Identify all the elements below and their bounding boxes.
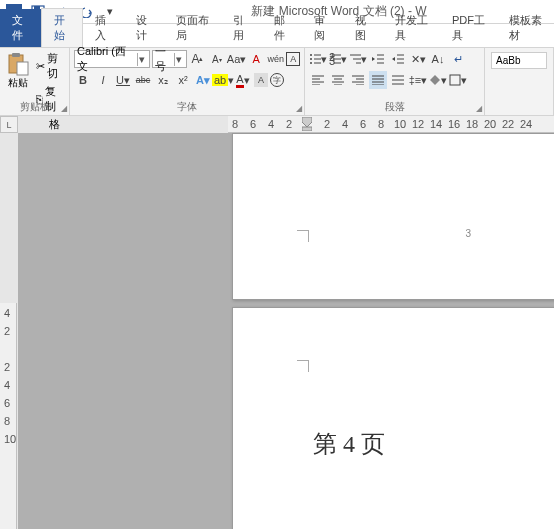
vtick: 2 (4, 325, 10, 337)
htick: 6 (250, 118, 256, 130)
case-label: Aa (227, 53, 240, 65)
font-color-button[interactable]: A▾ (234, 71, 252, 89)
page-4[interactable]: 第 4 页 (232, 307, 554, 529)
group-font: Calibri (西文▾ 一号▾ A▴ A▾ Aa▾ A wén A B I U… (70, 48, 305, 115)
tab-references[interactable]: 引用 (221, 9, 262, 47)
justify-button[interactable] (369, 71, 387, 89)
highlight-button[interactable]: ab▾ (214, 71, 232, 89)
vtick: 2 (4, 361, 10, 373)
margin-corner-icon (297, 360, 309, 372)
char-border-button[interactable]: A (286, 52, 300, 66)
tab-home[interactable]: 开始 (41, 8, 84, 47)
ruler-corner[interactable]: L (0, 116, 18, 133)
italic-button[interactable]: I (94, 71, 112, 89)
bold-button[interactable]: B (74, 71, 92, 89)
style-normal[interactable]: AaBb (491, 52, 547, 69)
tab-mail[interactable]: 邮件 (262, 9, 303, 47)
svg-rect-46 (302, 127, 312, 131)
bullets-button[interactable]: ▾ (309, 50, 327, 68)
svg-point-9 (310, 62, 312, 64)
shrink-font-button[interactable]: A▾ (208, 50, 225, 68)
clipboard-launcher[interactable]: ◢ (61, 104, 67, 113)
vtick: 4 (4, 379, 10, 391)
htick: 12 (412, 118, 424, 130)
te-label: A (196, 74, 204, 86)
asian-layout-button[interactable]: ✕▾ (409, 50, 427, 68)
htick: 4 (342, 118, 348, 130)
htick: 14 (430, 118, 442, 130)
tab-pdf[interactable]: PDF工具 (440, 9, 497, 47)
tab-design[interactable]: 设计 (124, 9, 165, 47)
phonetic-button[interactable]: wén (267, 50, 284, 68)
vtick: 8 (4, 415, 10, 427)
page-number: 3 (465, 228, 471, 239)
paste-icon (6, 52, 30, 76)
borders-button[interactable]: ▾ (449, 71, 467, 89)
underline-button[interactable]: U▾ (114, 71, 132, 89)
increase-indent-button[interactable] (389, 50, 407, 68)
scissors-icon: ✂ (36, 60, 45, 73)
grow-font-button[interactable]: A▴ (189, 50, 206, 68)
htick: 4 (268, 118, 274, 130)
enclose-char-button[interactable]: 字 (270, 73, 284, 87)
tab-template[interactable]: 模板素材 (497, 9, 554, 47)
line-spacing-button[interactable]: ‡≡▾ (409, 71, 427, 89)
htick: 22 (502, 118, 514, 130)
vtick: 10 (4, 433, 16, 445)
svg-rect-45 (450, 75, 460, 85)
horizontal-ruler[interactable]: 8 6 4 2 2 4 6 8 10 12 14 16 18 20 22 24 (228, 116, 554, 133)
tab-view[interactable]: 视图 (343, 9, 384, 47)
numbering-button[interactable]: 123▾ (329, 50, 347, 68)
u-label: U (116, 74, 124, 86)
font-launcher[interactable]: ◢ (296, 104, 302, 113)
align-left-button[interactable] (309, 71, 327, 89)
clear-format-button[interactable]: A (248, 50, 265, 68)
page-3[interactable]: 3 (232, 133, 554, 300)
htick: 2 (324, 118, 330, 130)
chevron-down-icon: ▾ (137, 53, 147, 66)
vtick: 4 (4, 307, 10, 319)
ribbon: 粘贴 ✂剪切 ⎘复制 🖌格式刷 剪贴板 ◢ Calibri (西文▾ 一号▾ A… (0, 48, 554, 116)
text-effect-button[interactable]: A▾ (194, 71, 212, 89)
page-body-text[interactable]: 第 4 页 (313, 428, 385, 460)
document-area[interactable]: 3 第 4 页 (18, 133, 554, 529)
align-right-button[interactable] (349, 71, 367, 89)
cut-button[interactable]: ✂剪切 (34, 50, 65, 82)
htick: 10 (394, 118, 406, 130)
svg-rect-3 (12, 53, 20, 57)
shading-button[interactable]: ▾ (429, 71, 447, 89)
indent-marker-icon[interactable] (302, 117, 312, 131)
strike-button[interactable]: abc (134, 71, 152, 89)
font-name-combo[interactable]: Calibri (西文▾ (74, 50, 150, 68)
vertical-ruler[interactable]: 4 2 2 4 6 8 10 (0, 303, 17, 529)
tab-dev[interactable]: 开发工具 (383, 9, 440, 47)
cut-label: 剪切 (47, 51, 63, 81)
font-size-combo[interactable]: 一号▾ (152, 50, 187, 68)
para-launcher[interactable]: ◢ (476, 104, 482, 113)
font-group-label: 字体 (70, 100, 304, 114)
font-name-value: Calibri (西文 (77, 44, 137, 74)
tab-file[interactable]: 文件 (0, 9, 41, 47)
margin-corner-icon (297, 230, 309, 242)
htick: 24 (520, 118, 532, 130)
char-shading-button[interactable]: A (254, 73, 268, 87)
subscript-button[interactable]: x₂ (154, 71, 172, 89)
tab-layout[interactable]: 页面布局 (164, 9, 221, 47)
align-center-button[interactable] (329, 71, 347, 89)
multilevel-button[interactable]: ▾ (349, 50, 367, 68)
svg-point-5 (310, 54, 312, 56)
tab-insert[interactable]: 插入 (83, 9, 124, 47)
show-marks-button[interactable]: ↵ (449, 50, 467, 68)
htick: 8 (232, 118, 238, 130)
change-case-button[interactable]: Aa▾ (228, 50, 246, 68)
clear-label: A (253, 53, 260, 65)
htick: 16 (448, 118, 460, 130)
distribute-button[interactable] (389, 71, 407, 89)
superscript-button[interactable]: x² (174, 71, 192, 89)
font-size-value: 一号 (155, 44, 174, 74)
sort-button[interactable]: A↓ (429, 50, 447, 68)
tab-review[interactable]: 审阅 (302, 9, 343, 47)
htick: 8 (378, 118, 384, 130)
decrease-indent-button[interactable] (369, 50, 387, 68)
svg-point-7 (310, 58, 312, 60)
